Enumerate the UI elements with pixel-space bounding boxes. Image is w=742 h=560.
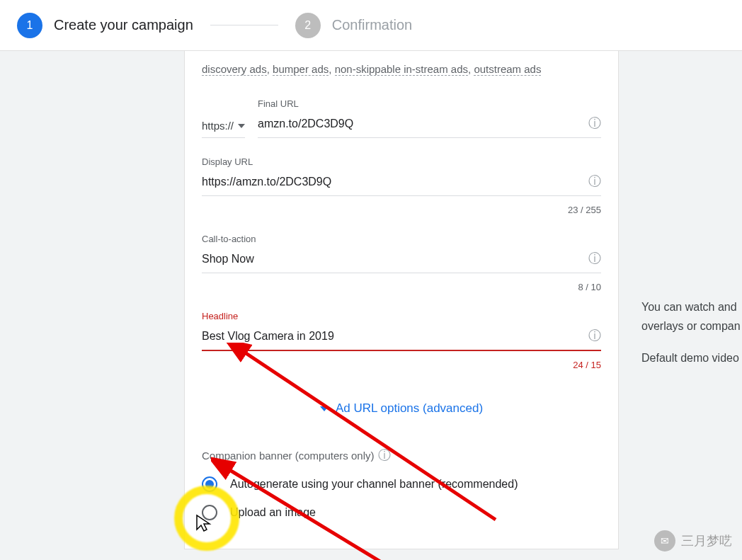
ad-type-discovery[interactable]: discovery ads — [202, 63, 267, 76]
headline-label: Headline — [202, 311, 601, 321]
cta-counter: 8 / 10 — [202, 282, 601, 292]
cta-input[interactable] — [202, 248, 588, 273]
wechat-icon: ✉ — [654, 530, 675, 552]
side-hint: You can watch and overlays or compan Def… — [641, 297, 741, 368]
headline-input[interactable] — [202, 326, 588, 350]
help-icon[interactable]: ⓘ — [588, 327, 601, 348]
step-1[interactable]: 1 Create your campaign — [17, 13, 193, 38]
help-icon[interactable]: ⓘ — [588, 115, 601, 136]
headline-counter: 24 / 15 — [202, 360, 601, 370]
companion-option-auto-label: Autogenerate using your channel banner (… — [230, 478, 518, 491]
radio-icon[interactable] — [202, 476, 217, 492]
protocol-dropdown[interactable]: https:// — [202, 120, 245, 138]
step-2[interactable]: 2 Confirmation — [295, 13, 412, 38]
help-icon[interactable]: ⓘ — [588, 173, 601, 194]
help-icon[interactable]: ⓘ — [588, 250, 601, 271]
step-2-circle: 2 — [295, 13, 321, 38]
step-2-label: Confirmation — [332, 17, 412, 33]
stepper-header: 1 Create your campaign 2 Confirmation — [0, 0, 742, 51]
ad-types-row: discovery ads, bumper ads, non-skippable… — [202, 59, 601, 79]
display-url-input[interactable] — [202, 171, 588, 195]
step-1-label: Create your campaign — [54, 17, 193, 33]
radio-icon[interactable] — [202, 505, 217, 520]
cta-label: Call-to-action — [202, 234, 601, 244]
protocol-value: https:// — [202, 120, 234, 132]
help-icon[interactable]: ⓘ — [378, 447, 391, 464]
display-url-counter: 23 / 255 — [202, 205, 601, 215]
final-url-input[interactable] — [258, 113, 588, 137]
ad-type-bumper[interactable]: bumper ads — [273, 63, 329, 76]
chevron-down-icon — [238, 124, 245, 128]
step-divider — [210, 25, 278, 25]
display-url-label: Display URL — [202, 156, 601, 167]
final-url-label: Final URL — [258, 98, 601, 109]
companion-option-auto[interactable]: Autogenerate using your channel banner (… — [202, 476, 601, 492]
ad-url-options-toggle[interactable]: Ad URL options (advanced) — [202, 401, 601, 416]
companion-option-upload-label: Upload an image — [230, 506, 316, 519]
ad-url-options-label: Ad URL options (advanced) — [336, 401, 483, 416]
watermark: ✉ 三月梦呓 — [654, 530, 732, 552]
ad-form-card: discovery ads, bumper ads, non-skippable… — [184, 51, 619, 549]
ad-type-outstream[interactable]: outstream ads — [474, 63, 541, 76]
chevron-down-icon — [320, 406, 329, 411]
ad-type-nonskip[interactable]: non-skippable in-stream ads — [335, 63, 468, 76]
companion-heading: Companion banner (computers only) ⓘ — [202, 447, 601, 464]
companion-option-upload[interactable]: Upload an image — [202, 505, 601, 520]
step-1-circle: 1 — [17, 13, 42, 38]
